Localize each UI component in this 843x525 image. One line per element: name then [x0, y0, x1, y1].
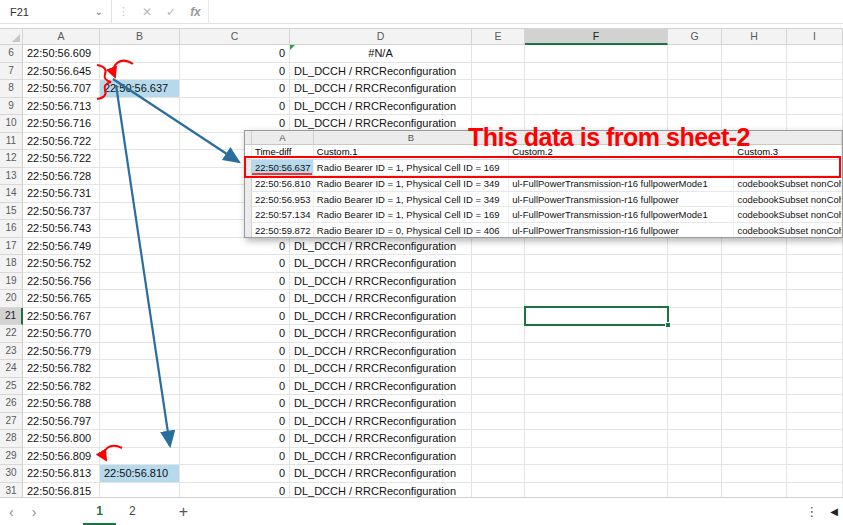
row-header-23[interactable]: 23	[0, 343, 23, 361]
cell-E19[interactable]	[472, 273, 525, 291]
cell-I8[interactable]	[787, 80, 843, 98]
cell-A16[interactable]: 22:50:56.743	[23, 220, 100, 238]
cell-E26[interactable]	[472, 395, 525, 413]
row-header-15[interactable]: 15	[0, 203, 23, 221]
cell-B21[interactable]	[100, 308, 180, 326]
cell-I30[interactable]	[787, 465, 843, 483]
cell-B26[interactable]	[100, 395, 180, 413]
cell-A25[interactable]: 22:50:56.782	[23, 378, 100, 396]
cell-B13[interactable]	[100, 168, 180, 186]
cell-D26[interactable]: DL_DCCH / RRCReconfiguration	[290, 395, 472, 413]
cell-I21[interactable]	[787, 308, 843, 326]
cell-B9[interactable]	[100, 98, 180, 116]
row-header-16[interactable]: 16	[0, 220, 23, 238]
cell-D31[interactable]: DL_DCCH / RRCReconfiguration	[290, 483, 472, 498]
cell-H18[interactable]	[722, 255, 787, 273]
row-header-22[interactable]: 22	[0, 325, 23, 343]
cell-F30[interactable]	[525, 465, 668, 483]
cell-F31[interactable]	[525, 483, 668, 498]
cell-E27[interactable]	[472, 413, 525, 431]
cell-G17[interactable]	[668, 238, 722, 256]
cell-F19[interactable]	[525, 273, 668, 291]
column-header-D[interactable]: D	[290, 28, 472, 45]
cell-B11[interactable]	[100, 133, 180, 151]
cell-A30[interactable]: 22:50:56.813	[23, 465, 100, 483]
cell-H30[interactable]	[722, 465, 787, 483]
select-all-corner[interactable]	[0, 28, 23, 45]
cell-E18[interactable]	[472, 255, 525, 273]
cell-F23[interactable]	[525, 343, 668, 361]
cell-G6[interactable]	[668, 45, 722, 63]
cell-I31[interactable]	[787, 483, 843, 498]
cell-H24[interactable]	[722, 360, 787, 378]
cell-G25[interactable]	[668, 378, 722, 396]
cell-G21[interactable]	[668, 308, 722, 326]
column-header-F[interactable]: F	[525, 28, 668, 45]
row-header-17[interactable]: 17	[0, 238, 23, 256]
cell-H31[interactable]	[722, 483, 787, 498]
row-header-9[interactable]: 9	[0, 98, 23, 116]
cell-F22[interactable]	[525, 325, 668, 343]
chevron-down-icon[interactable]: ⌄	[95, 6, 103, 17]
row-header-20[interactable]: 20	[0, 290, 23, 308]
cell-E28[interactable]	[472, 430, 525, 448]
cell-D24[interactable]: DL_DCCH / RRCReconfiguration	[290, 360, 472, 378]
add-sheet-button[interactable]: +	[179, 503, 188, 521]
cell-G31[interactable]	[668, 483, 722, 498]
cell-H27[interactable]	[722, 413, 787, 431]
cell-F21[interactable]	[525, 308, 668, 326]
cell-H7[interactable]	[722, 63, 787, 81]
row-header-13[interactable]: 13	[0, 168, 23, 186]
row-header-28[interactable]: 28	[0, 430, 23, 448]
cell-E31[interactable]	[472, 483, 525, 498]
cell-E6[interactable]	[472, 45, 525, 63]
cell-H6[interactable]	[722, 45, 787, 63]
cell-D23[interactable]: DL_DCCH / RRCReconfiguration	[290, 343, 472, 361]
cell-B20[interactable]	[100, 290, 180, 308]
cell-A26[interactable]: 22:50:56.788	[23, 395, 100, 413]
cell-I9[interactable]	[787, 98, 843, 116]
cell-A20[interactable]: 22:50:56.765	[23, 290, 100, 308]
cell-A6[interactable]: 22:50:56.609	[23, 45, 100, 63]
cell-A17[interactable]: 22:50:56.749	[23, 238, 100, 256]
cell-H9[interactable]	[722, 98, 787, 116]
cell-F18[interactable]	[525, 255, 668, 273]
cell-D7[interactable]: DL_DCCH / RRCReconfiguration	[290, 63, 472, 81]
cell-H8[interactable]	[722, 80, 787, 98]
tab-nav-prev-icon[interactable]: ‹	[0, 504, 23, 520]
cell-B6[interactable]	[100, 45, 180, 63]
cell-A24[interactable]: 22:50:56.782	[23, 360, 100, 378]
sheet-tab-2[interactable]: 2	[116, 498, 149, 525]
cell-H29[interactable]	[722, 448, 787, 466]
cell-C22[interactable]: 0	[180, 325, 290, 343]
cell-C9[interactable]: 0	[180, 98, 290, 116]
cell-I18[interactable]	[787, 255, 843, 273]
cell-B14[interactable]	[100, 185, 180, 203]
cell-C18[interactable]: 0	[180, 255, 290, 273]
cell-A13[interactable]: 22:50:56.728	[23, 168, 100, 186]
cell-A23[interactable]: 22:50:56.779	[23, 343, 100, 361]
cell-B23[interactable]	[100, 343, 180, 361]
cell-B29[interactable]	[100, 448, 180, 466]
cell-E20[interactable]	[472, 290, 525, 308]
cell-C7[interactable]: 0	[180, 63, 290, 81]
cell-E22[interactable]	[472, 325, 525, 343]
cell-E29[interactable]	[472, 448, 525, 466]
row-header-26[interactable]: 26	[0, 395, 23, 413]
cell-H21[interactable]	[722, 308, 787, 326]
cell-G8[interactable]	[668, 80, 722, 98]
more-options-icon[interactable]: ⋮	[793, 504, 830, 519]
cell-G28[interactable]	[668, 430, 722, 448]
cell-A10[interactable]: 22:50:56.716	[23, 115, 100, 133]
cell-A19[interactable]: 22:50:56.756	[23, 273, 100, 291]
cell-D30[interactable]: DL_DCCH / RRCReconfiguration	[290, 465, 472, 483]
cell-G19[interactable]	[668, 273, 722, 291]
cell-C24[interactable]: 0	[180, 360, 290, 378]
cell-B28[interactable]	[100, 430, 180, 448]
cell-G27[interactable]	[668, 413, 722, 431]
cell-C23[interactable]: 0	[180, 343, 290, 361]
cell-H17[interactable]	[722, 238, 787, 256]
cell-G20[interactable]	[668, 290, 722, 308]
cell-D8[interactable]: DL_DCCH / RRCReconfiguration	[290, 80, 472, 98]
row-header-10[interactable]: 10	[0, 115, 23, 133]
